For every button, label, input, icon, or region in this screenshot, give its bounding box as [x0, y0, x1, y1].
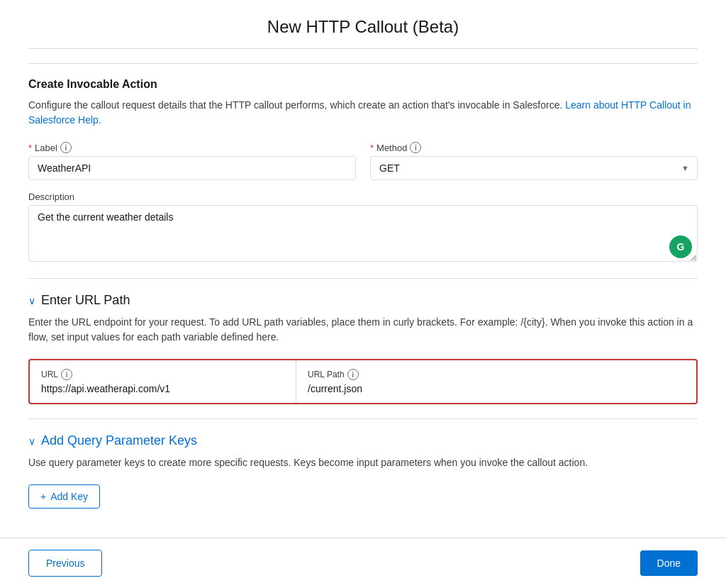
url-path-value: /current.json: [308, 383, 685, 394]
footer: Previous Done: [0, 538, 726, 588]
create-invocable-action-title: Create Invocable Action: [28, 78, 698, 91]
top-divider: [28, 63, 698, 64]
add-key-label: Add Key: [50, 491, 88, 502]
mid-divider-1: [28, 278, 698, 279]
url-path-chevron-icon: ∨: [28, 295, 35, 306]
method-select[interactable]: GET POST PUT DELETE PATCH: [370, 156, 698, 180]
enter-url-path-description: Enter the URL endpoint for your request.…: [28, 315, 698, 345]
add-key-button[interactable]: + Add Key: [28, 484, 100, 509]
label-info-icon[interactable]: i: [60, 142, 72, 153]
url-path-info-icon[interactable]: i: [347, 369, 359, 380]
enter-url-path-header[interactable]: ∨ Enter URL Path: [28, 293, 698, 308]
enter-url-path-section: ∨ Enter URL Path Enter the URL endpoint …: [28, 293, 698, 404]
description-textarea-wrapper: Get the current weather details G: [28, 205, 698, 264]
label-field-label: * Label i: [28, 142, 356, 153]
label-input[interactable]: [28, 156, 356, 180]
url-field: URL i https://api.weatherapi.com/v1: [30, 360, 296, 403]
method-field: * Method i GET POST PUT DELETE PATCH: [370, 142, 698, 180]
add-query-parameter-header[interactable]: ∨ Add Query Parameter Keys: [28, 433, 698, 448]
url-row: URL i https://api.weatherapi.com/v1 URL …: [28, 359, 698, 404]
label-required-star: *: [28, 143, 32, 153]
page-container: New HTTP Callout (Beta) Create Invocable…: [0, 0, 726, 588]
method-info-icon[interactable]: i: [410, 142, 421, 153]
description-field: Description Get the current weather deta…: [28, 192, 698, 264]
main-content: New HTTP Callout (Beta) Create Invocable…: [0, 0, 726, 538]
description-field-label: Description: [28, 192, 698, 202]
enter-url-path-title: Enter URL Path: [41, 293, 130, 308]
add-key-plus-icon: +: [40, 491, 46, 502]
url-info-icon[interactable]: i: [61, 369, 72, 380]
grammarly-icon: G: [669, 235, 692, 258]
url-label: URL i: [41, 369, 284, 380]
page-title: New HTTP Callout (Beta): [28, 17, 698, 49]
description-textarea[interactable]: Get the current weather details: [28, 205, 698, 262]
url-value: https://api.weatherapi.com/v1: [41, 383, 284, 394]
create-invocable-action-description: Configure the callout request details th…: [28, 98, 698, 128]
add-query-parameter-title-link[interactable]: Add Query Parameter Keys: [41, 433, 197, 448]
add-query-parameter-section: ∨ Add Query Parameter Keys Use query par…: [28, 433, 698, 509]
url-path-label: URL Path i: [308, 369, 685, 380]
query-param-chevron-icon: ∨: [28, 436, 35, 447]
method-select-wrapper: GET POST PUT DELETE PATCH: [370, 156, 698, 180]
create-invocable-action-section: Create Invocable Action Configure the ca…: [28, 78, 698, 264]
label-method-row: * Label i * Method i GET P: [28, 142, 698, 180]
label-field: * Label i: [28, 142, 356, 180]
done-button[interactable]: Done: [640, 550, 698, 576]
url-path-field: URL Path i /current.json: [296, 360, 696, 403]
method-required-star: *: [370, 143, 374, 153]
method-field-label: * Method i: [370, 142, 698, 153]
previous-button[interactable]: Previous: [28, 550, 102, 577]
add-query-parameter-description: Use query parameter keys to create more …: [28, 455, 698, 470]
mid-divider-2: [28, 418, 698, 419]
